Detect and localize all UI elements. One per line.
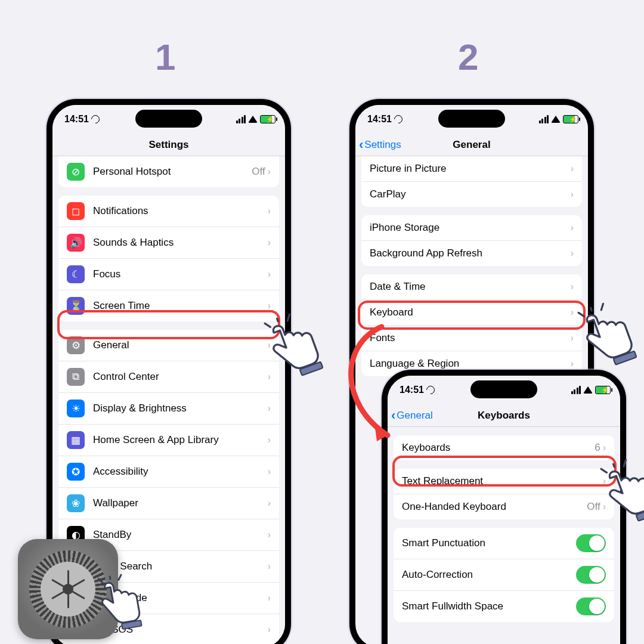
row-label: General [93,339,268,351]
headphones-icon [89,113,101,125]
chevron-right-icon: › [268,561,271,572]
row-wallpaper[interactable]: ❀ Wallpaper › [58,488,279,519]
row-label: Home Screen & App Library [93,434,268,446]
wifi-icon [551,116,561,123]
chevron-left-icon: ‹ [359,137,363,153]
row-background-app-refresh[interactable]: Background App Refresh › [361,241,582,266]
toggle-on[interactable] [576,566,606,584]
row-label: StandBy [93,529,268,541]
wifi-icon [248,116,258,123]
headphones-icon [425,384,436,396]
row-general[interactable]: ⚙ General › [58,330,279,361]
status-time: 14:51 [367,114,392,125]
navbar-keyboards: ‹ General Keyboards [388,404,620,427]
row-personal-hotspot[interactable]: ⊘ Personal Hotspot Off › [58,156,279,187]
chevron-right-icon: › [268,466,271,477]
tap-hand-icon [83,570,150,636]
row-detail: Off [252,166,265,178]
battery-icon: ⚡ [563,115,578,123]
chevron-right-icon: › [571,189,574,200]
toggle-on[interactable] [576,597,606,615]
row-iphone-storage[interactable]: iPhone Storage › [361,215,582,241]
row-carplay[interactable]: CarPlay › [361,182,582,207]
status-time: 14:51 [64,114,89,125]
toggle-on[interactable] [576,534,606,552]
row-label: One-Handed Keyboard [402,501,587,513]
row-detail: 6 [595,442,600,454]
back-button[interactable]: ‹ Settings [359,137,401,153]
page-title: Keyboards [478,410,530,422]
switches-icon: ⧉ [67,368,85,386]
chevron-right-icon: › [603,442,606,453]
row-display-brightness[interactable]: ☀ Display & Brightness › [58,393,279,425]
row-label: Text Replacement [402,475,603,487]
moon-icon: ☾ [67,265,85,283]
cell-signal-icon [539,115,549,123]
chevron-right-icon: › [571,222,574,233]
row-label: Screen Time [93,300,268,312]
row-label: CarPlay [370,188,571,200]
row-sounds-haptics[interactable]: 🔊 Sounds & Haptics › [58,227,279,259]
row-picture-in-picture[interactable]: Picture in Picture › [361,156,582,182]
chevron-right-icon: › [268,624,271,635]
chevron-right-icon: › [268,301,271,311]
row-label: Date & Time [370,281,571,293]
sun-icon: ☀ [67,400,85,417]
row-label: Siri & Search [93,561,268,572]
cell-signal-icon [571,386,581,394]
chevron-right-icon: › [268,166,271,177]
page-title: Settings [148,139,188,151]
headphones-icon [392,113,404,125]
row-text-replacement[interactable]: Text Replacement › [394,469,614,494]
row-home-screen[interactable]: ▦ Home Screen & App Library › [58,425,279,456]
chevron-right-icon: › [571,281,574,292]
row-label: Auto-Correction [402,569,576,581]
row-label: Picture in Picture [370,163,571,175]
row-accessibility[interactable]: ✪ Accessibility › [58,456,279,488]
row-label: Notifications [93,205,268,217]
row-label: Accessibility [93,466,268,478]
speaker-icon: 🔊 [67,234,85,252]
row-label: Keyboard [370,306,571,318]
bell-icon: ◻ [67,202,85,220]
row-label: Personal Hotspot [93,166,252,178]
row-auto-correction[interactable]: Auto-Correction [394,559,614,591]
flower-icon: ❀ [67,494,85,512]
row-label: Focus [93,268,268,280]
dynamic-island [438,110,505,128]
phone-keyboards-page: 14:51 ⚡ ‹ General Keyboards Keyboards 6 … [382,370,626,644]
chevron-right-icon: › [571,163,574,174]
chevron-right-icon: › [268,403,271,414]
chevron-right-icon: › [268,237,271,248]
grid-icon: ▦ [67,431,85,449]
row-focus[interactable]: ☾ Focus › [58,259,279,290]
row-smart-fullwidth-space[interactable]: Smart Fullwidth Space [394,591,614,622]
row-label: Smart Punctuation [402,537,576,549]
row-control-center[interactable]: ⧉ Control Center › [58,361,279,393]
chevron-right-icon: › [268,269,271,280]
row-smart-punctuation[interactable]: Smart Punctuation [394,528,614,559]
chevron-right-icon: › [571,248,574,259]
back-label: Settings [364,139,401,151]
row-one-handed-keyboard[interactable]: One-Handed Keyboard Off › [394,494,614,519]
step-number-2: 2 [458,36,478,78]
row-screen-time[interactable]: ⏳ Screen Time › [58,290,279,321]
hourglass-icon: ⏳ [67,297,85,315]
accessibility-icon: ✪ [67,463,85,481]
row-keyboards-list[interactable]: Keyboards 6 › [394,435,614,460]
chevron-right-icon: › [268,498,271,509]
wifi-icon [583,386,593,394]
page-title: General [453,139,490,151]
row-label: Wallpaper [93,497,268,509]
chevron-right-icon: › [268,593,271,603]
row-label: Keyboards [402,442,595,454]
row-notifications[interactable]: ◻ Notifications › [58,196,279,227]
row-date-time[interactable]: Date & Time › [361,274,582,300]
battery-icon: ⚡ [595,386,611,394]
row-label: Control Center [93,371,268,383]
row-label: Background App Refresh [370,247,571,259]
chevron-right-icon: › [268,435,271,445]
chevron-right-icon: › [268,206,271,216]
row-label: iPhone Storage [370,222,571,234]
navbar-general: ‹ Settings General [355,134,588,156]
